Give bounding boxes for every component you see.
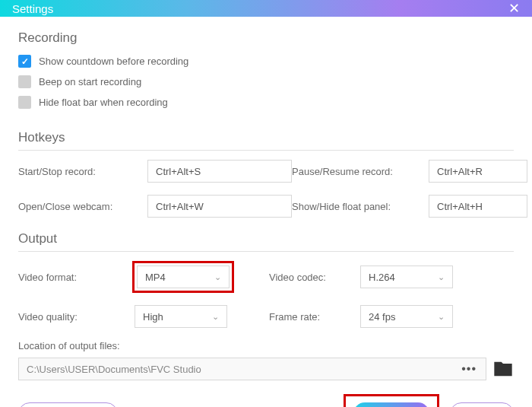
label-video-quality: Video quality: <box>18 311 132 323</box>
window-title: Settings <box>12 2 53 15</box>
input-startstop[interactable]: Ctrl+Alt+S <box>147 160 292 183</box>
label-startstop: Start/Stop record: <box>18 166 147 177</box>
chevron-down-icon: ⌄ <box>212 312 219 322</box>
select-video-codec[interactable]: H.264 ⌄ <box>360 266 453 288</box>
chevron-down-icon: ⌄ <box>438 312 445 322</box>
label-floatpanel: Show/Hide float panel: <box>292 201 429 212</box>
ellipsis-icon[interactable]: ••• <box>461 362 477 376</box>
checkbox-hidefloat[interactable] <box>18 96 31 109</box>
input-pauseresume[interactable]: Ctrl+Alt+R <box>429 160 527 183</box>
label-countdown: Show countdown before recording <box>39 56 188 67</box>
reset-button[interactable]: Reset to Default <box>18 402 118 407</box>
input-webcam[interactable]: Ctrl+Alt+W <box>147 195 292 218</box>
select-video-format[interactable]: MP4 ⌄ <box>137 266 230 288</box>
section-recording-title: Recording <box>18 30 514 46</box>
label-webcam: Open/Close webcam: <box>18 201 147 212</box>
label-beep: Beep on start recording <box>39 76 141 87</box>
label-video-codec: Video codec: <box>269 272 360 283</box>
section-output-title: Output <box>18 231 514 246</box>
folder-icon[interactable] <box>492 358 514 380</box>
checkbox-countdown[interactable] <box>18 55 31 68</box>
input-location[interactable]: C:\Users\USER\Documents\FVC Studio ••• <box>18 358 486 380</box>
label-video-format: Video format: <box>18 272 132 283</box>
label-hidefloat: Hide float bar when recording <box>39 97 168 108</box>
input-floatpanel[interactable]: Ctrl+Alt+H <box>429 195 527 218</box>
cancel-button[interactable]: Cancel <box>450 402 514 407</box>
checkbox-beep[interactable] <box>18 75 31 88</box>
titlebar: Settings ✕ <box>0 0 532 17</box>
label-frame-rate: Frame rate: <box>269 311 360 323</box>
label-pauseresume: Pause/Resume record: <box>292 166 429 177</box>
chevron-down-icon: ⌄ <box>438 272 445 282</box>
close-icon[interactable]: ✕ <box>508 0 520 17</box>
select-frame-rate[interactable]: 24 fps ⌄ <box>360 305 453 328</box>
select-video-quality[interactable]: High ⌄ <box>135 305 227 328</box>
section-hotkeys-title: Hotkeys <box>18 130 514 145</box>
ok-button[interactable]: OK <box>353 402 429 407</box>
chevron-down-icon: ⌄ <box>214 272 221 282</box>
label-location: Location of output files: <box>18 340 514 351</box>
